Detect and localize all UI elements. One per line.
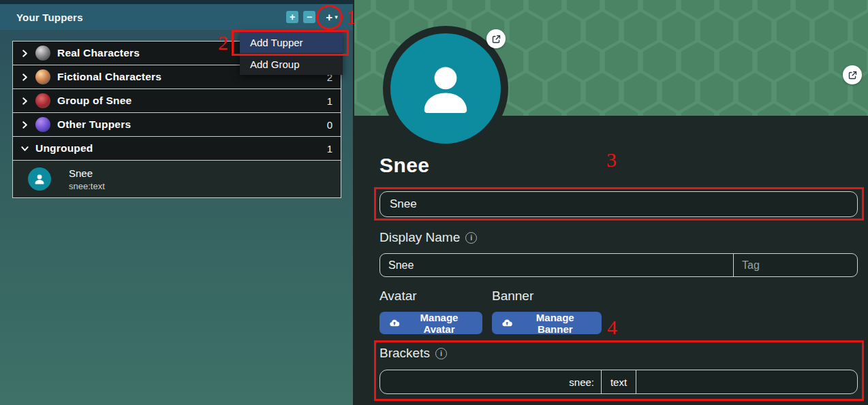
manage-avatar-button[interactable]: Manage Avatar (379, 312, 482, 334)
group-label: Real Characters (57, 47, 140, 59)
display-name-label: Display Name i (379, 230, 477, 245)
external-link-icon (848, 70, 858, 80)
external-link-icon (491, 34, 501, 44)
group-row-other-tuppers[interactable]: Other Tuppers 0 (13, 113, 341, 137)
chevron-down-icon: ▾ (335, 14, 338, 20)
manage-banner-label: Manage Banner (518, 312, 592, 335)
tupper-list-item-snee[interactable]: Snee snee:text (13, 161, 341, 198)
group-row-ungrouped[interactable]: Ungrouped 1 (13, 137, 341, 161)
bracket-prefix-input[interactable] (380, 370, 601, 393)
cloud-upload-icon (389, 317, 400, 329)
group-label: Fictional Characters (57, 71, 161, 83)
chevron-right-icon (20, 120, 29, 129)
banner-label-text: Banner (492, 289, 533, 304)
display-name-input[interactable] (380, 254, 733, 276)
chevron-right-icon (20, 96, 29, 106)
tupper-name: Snee (69, 167, 105, 179)
manage-avatar-label: Manage Avatar (405, 312, 473, 335)
display-name-tag-group (379, 253, 858, 277)
tupper-item-texts: Snee snee:text (69, 167, 105, 191)
open-avatar-button[interactable] (486, 29, 506, 48)
brackets-label: Brackets i (379, 346, 447, 361)
cloud-upload-icon (501, 317, 513, 329)
avatar-circle (390, 33, 501, 144)
avatar-label-text: Avatar (379, 289, 417, 304)
chevron-right-icon (20, 72, 29, 82)
open-banner-button[interactable] (843, 65, 862, 84)
expand-all-button[interactable]: + (286, 11, 298, 23)
group-avatar (35, 93, 50, 108)
info-icon[interactable]: i (465, 232, 477, 244)
person-icon (413, 56, 478, 121)
group-label: Group of Snee (57, 95, 131, 107)
chevron-right-icon (20, 48, 29, 58)
tupper-name-heading: Snee (379, 154, 429, 177)
tupper-avatar (28, 167, 51, 191)
person-icon (33, 172, 46, 186)
group-avatar (35, 69, 50, 84)
add-dropdown-menu: Add Tupper Add Group (240, 31, 343, 75)
tupper-brackets: snee:text (69, 181, 105, 191)
group-label: Ungrouped (35, 142, 93, 155)
bracket-text-token: text (601, 370, 636, 393)
group-count: 0 (327, 119, 332, 131)
panel-title: Your Tuppers (16, 12, 83, 23)
plus-icon: + (326, 12, 332, 23)
tupper-editor-panel: Snee Display Name i Avatar Banner Manage… (354, 0, 868, 405)
tag-input[interactable] (733, 254, 857, 276)
collapse-all-button[interactable]: − (303, 11, 315, 23)
menu-item-add-group[interactable]: Add Group (240, 53, 343, 75)
brackets-group: text (379, 370, 858, 394)
avatar-label: Avatar (379, 289, 417, 304)
banner-label: Banner (492, 289, 533, 304)
group-row-group-of-snee[interactable]: Group of Snee 1 (13, 89, 341, 113)
manage-banner-button[interactable]: Manage Banner (492, 312, 602, 334)
info-icon[interactable]: i (435, 348, 447, 359)
tupper-list-toolbar: + − + ▾ (286, 7, 343, 27)
group-count: 1 (327, 143, 332, 155)
tupper-list-header: Your Tuppers + − + ▾ (0, 0, 353, 30)
group-label: Other Tuppers (57, 118, 131, 131)
group-count: 1 (327, 95, 332, 107)
chevron-down-icon (20, 144, 29, 153)
group-avatar (35, 46, 50, 61)
group-avatar (35, 117, 50, 132)
add-menu-button[interactable]: + ▾ (320, 7, 343, 27)
brackets-label-text: Brackets (379, 346, 430, 361)
tupperbox-dashboard: Your Tuppers + − + ▾ Real Characters (0, 0, 868, 405)
name-input[interactable] (379, 191, 858, 217)
bracket-suffix-input[interactable] (636, 370, 857, 393)
menu-item-add-tupper[interactable]: Add Tupper (240, 31, 343, 53)
display-name-label-text: Display Name (379, 230, 460, 245)
